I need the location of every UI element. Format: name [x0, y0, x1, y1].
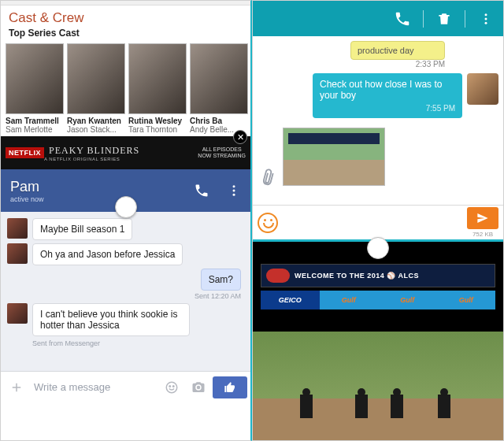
sms-composer: 752 KB	[253, 205, 503, 239]
ad-brand-badge: NETFLIX	[6, 147, 44, 158]
more-vertical-icon	[479, 11, 493, 27]
ad-board: Gulf	[320, 291, 379, 309]
thumbs-up-icon	[223, 381, 237, 394]
message-time: 7:55 PM	[320, 104, 455, 113]
call-button[interactable]	[194, 183, 209, 198]
message-out: Sam? Sent 12:20 AM	[10, 269, 241, 300]
video-player[interactable]: WELCOME TO THE 2014 ⚾ ALCS GEICO Gulf Gu…	[253, 242, 503, 441]
attachment-area	[259, 128, 497, 186]
thumb-content	[288, 133, 380, 144]
avatar[interactable]	[467, 73, 498, 105]
split-drag-handle[interactable]	[367, 237, 389, 259]
divider	[423, 10, 424, 28]
player-silhouette	[391, 395, 403, 418]
video-adboards: GEICO Gulf Gulf Gulf	[261, 291, 495, 309]
attach-button[interactable]	[256, 165, 280, 189]
message-out: Check out how close I was to your boy 7:…	[258, 73, 498, 118]
sms-thread[interactable]: productive day 2:33 PM Check out how clo…	[253, 36, 503, 239]
ad-board: GEICO	[261, 291, 320, 309]
cast-name: Rutina Wesley	[128, 117, 187, 125]
delete-button[interactable]	[433, 11, 455, 27]
close-icon: ✕	[237, 132, 244, 143]
smiley-icon	[165, 380, 179, 395]
player-silhouette	[300, 395, 313, 418]
smiley-icon	[258, 213, 278, 233]
attachment-size: 752 KB	[472, 231, 493, 238]
cast-role: Tara Thornton	[128, 125, 187, 134]
cast-subheading: Top Series Cast	[1, 28, 250, 43]
player-silhouette	[355, 395, 368, 418]
divider	[465, 10, 465, 28]
ad-board: Gulf	[378, 291, 437, 309]
send-button[interactable]	[467, 207, 498, 229]
ad-title: PEAKY BLINDERS	[49, 145, 139, 157]
camera-button[interactable]	[186, 375, 211, 400]
svg-point-3	[166, 382, 177, 393]
message-meta: Sent 12:20 AM	[195, 292, 241, 300]
plus-icon	[9, 380, 24, 395]
message-bubble: Sam?	[201, 269, 241, 291]
avatar[interactable]	[7, 303, 28, 324]
emoji-button[interactable]	[258, 213, 278, 233]
overflow-menu-button[interactable]	[475, 11, 497, 27]
svg-point-4	[169, 385, 171, 387]
camera-icon	[191, 380, 206, 395]
message-bubble: Oh ya and Jason before Jessica	[32, 243, 183, 265]
cast-name: Ryan Kwanten	[67, 117, 125, 125]
cast-name: Sam Trammell	[6, 117, 64, 125]
message-bubble: Maybe Bill season 1	[32, 218, 132, 240]
more-vertical-icon	[227, 183, 241, 198]
contact-status: active now	[10, 195, 44, 203]
call-button[interactable]	[391, 10, 413, 28]
svg-point-0	[233, 185, 235, 187]
cast-member[interactable]: Sam Trammell Sam Merlotte	[6, 43, 64, 134]
add-attachment-button[interactable]	[4, 375, 29, 400]
overflow-menu-button[interactable]	[227, 183, 241, 198]
message-time: 2:33 PM	[253, 60, 503, 69]
send-icon	[474, 212, 491, 224]
cast-member[interactable]: Ryan Kwanten Jason Stack...	[67, 43, 125, 134]
player-silhouette	[438, 395, 450, 418]
message-meta: Sent from Messenger	[32, 339, 250, 347]
avatar[interactable]	[7, 218, 28, 239]
message-composer: Write a message	[1, 371, 250, 402]
video-scoreboard: WELCOME TO THE 2014 ⚾ ALCS	[261, 264, 495, 287]
contact-name: Pam	[10, 179, 44, 195]
message-in: Maybe Bill season 1	[7, 218, 244, 240]
avatar[interactable]	[7, 243, 28, 264]
logo-icon	[266, 269, 290, 283]
mms-draft-bubble: productive day	[350, 41, 445, 60]
image-attachment-thumb[interactable]	[283, 128, 385, 186]
like-button[interactable]	[213, 376, 247, 398]
ad-banner[interactable]: NETFLIX PEAKY BLINDERS A NETFLIX ORIGINA…	[1, 136, 250, 169]
phone-icon	[394, 10, 411, 28]
ad-close-button[interactable]: ✕	[233, 130, 247, 144]
emoji-button[interactable]	[159, 375, 184, 400]
messenger-thread[interactable]: Maybe Bill season 1 Oh ya and Jason befo…	[1, 212, 250, 402]
video-content	[253, 332, 503, 441]
split-drag-handle[interactable]	[115, 196, 137, 218]
cast-photo	[6, 43, 64, 114]
message-in: Oh ya and Jason before Jessica	[7, 243, 244, 265]
cast-role: Sam Merlotte	[6, 125, 64, 134]
svg-point-5	[173, 385, 175, 387]
svg-point-2	[233, 194, 235, 196]
ad-board: Gulf	[437, 291, 496, 309]
cast-member[interactable]: Chris Ba Andy Belle...	[190, 43, 248, 134]
svg-point-1	[233, 190, 235, 192]
trash-icon	[436, 11, 452, 27]
cast-list[interactable]: Sam Trammell Sam Merlotte Ryan Kwanten J…	[1, 43, 250, 134]
message-input[interactable]: Write a message	[31, 381, 158, 393]
sms-header	[253, 1, 503, 36]
phone-icon	[194, 183, 209, 198]
svg-point-6	[485, 13, 487, 16]
cast-photo	[128, 43, 187, 114]
message-bubble: Check out how close I was to your boy 7:…	[313, 73, 462, 118]
svg-point-7	[485, 17, 487, 20]
cast-member[interactable]: Rutina Wesley Tara Thornton	[128, 43, 187, 134]
message-in: I can't believe you think sookie is hott…	[7, 303, 244, 336]
ad-subtitle: A NETFLIX ORIGINAL SERIES	[44, 157, 139, 161]
scoreboard-text: WELCOME TO THE 2014 ⚾ ALCS	[295, 272, 419, 280]
svg-point-8	[485, 21, 487, 24]
cast-name: Chris Ba	[190, 117, 248, 125]
